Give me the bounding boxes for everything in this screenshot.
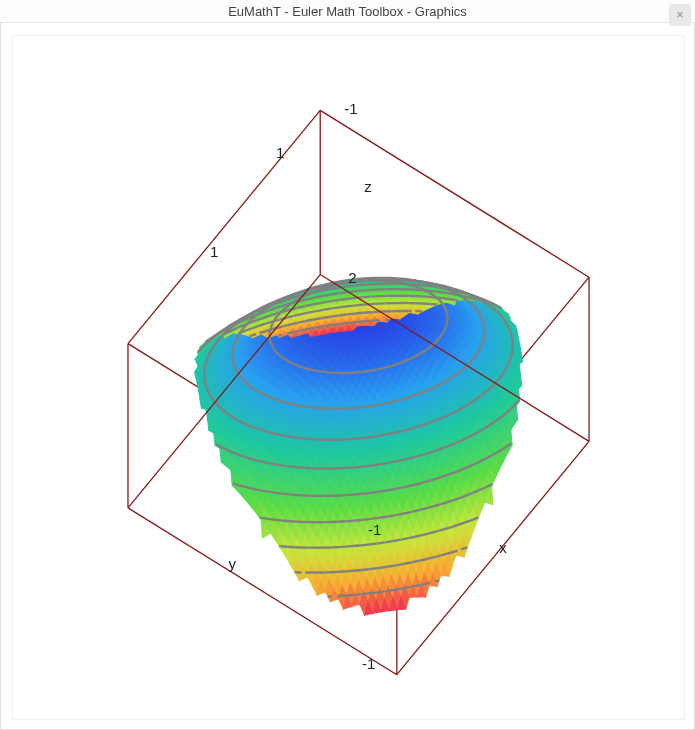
svg-line-3251 — [411, 537, 416, 538]
svg-line-2927 — [320, 291, 322, 292]
svg-line-3331 — [354, 570, 362, 571]
svg-line-3094 — [428, 291, 435, 292]
svg-line-2740 — [452, 413, 454, 414]
svg-line-3342 — [395, 564, 402, 565]
svg-line-3142 — [405, 512, 412, 513]
svg-line-3367 — [291, 323, 297, 324]
svg-line-2924 — [311, 292, 315, 293]
svg-line-2679 — [290, 437, 295, 438]
svg-line-2513 — [415, 286, 420, 288]
svg-line-3154 — [454, 498, 459, 500]
svg-line-3157 — [467, 494, 470, 495]
svg-line-3189 — [331, 300, 335, 301]
svg-line-3281 — [288, 316, 294, 317]
svg-line-3140 — [397, 514, 403, 515]
svg-line-2638 — [481, 317, 482, 319]
svg-line-3068 — [317, 296, 322, 297]
svg-line-3256 — [423, 533, 429, 534]
svg-line-2458 — [402, 361, 404, 362]
svg-line-2450 — [377, 368, 383, 369]
svg-line-2918 — [494, 421, 496, 422]
svg-line-2654 — [252, 427, 256, 428]
plot-svg: 1-1y2-1z-11x — [13, 36, 684, 719]
svg-line-3169 — [244, 324, 248, 325]
svg-line-2835 — [246, 457, 248, 458]
svg-line-2971 — [471, 295, 475, 296]
svg-line-2465 — [410, 358, 413, 359]
svg-line-2493 — [447, 319, 448, 325]
svg-line-3156 — [470, 493, 474, 494]
svg-line-3344 — [411, 561, 418, 563]
svg-line-3215 — [436, 297, 443, 298]
svg-line-3377 — [339, 315, 346, 316]
plot-canvas[interactable]: 1-1y2-1z-11x — [12, 35, 685, 720]
svg-line-2522 — [241, 377, 242, 379]
svg-line-2424 — [274, 350, 275, 351]
svg-line-3414 — [413, 585, 421, 587]
svg-line-3130 — [356, 520, 362, 521]
svg-line-2884 — [435, 450, 438, 451]
svg-line-2759 — [480, 396, 482, 397]
svg-line-2497 — [447, 312, 448, 316]
svg-line-3019 — [430, 480, 432, 481]
svg-line-2838 — [266, 462, 272, 463]
svg-line-3241 — [369, 544, 376, 545]
svg-line-2697 — [207, 355, 208, 358]
close-button[interactable]: × — [669, 4, 691, 26]
svg-line-2529 — [235, 367, 236, 369]
svg-line-2474 — [426, 349, 427, 350]
svg-line-3096 — [448, 293, 454, 294]
svg-line-2769 — [330, 284, 334, 285]
svg-line-2870 — [395, 461, 397, 462]
svg-line-2414 — [297, 366, 302, 368]
svg-line-3249 — [402, 538, 408, 539]
svg-line-3143 — [412, 510, 419, 512]
svg-line-2888 — [237, 320, 239, 321]
svg-line-3265 — [468, 520, 471, 521]
svg-line-2671 — [282, 435, 288, 436]
svg-line-3055 — [276, 306, 281, 308]
svg-line-3097 — [441, 292, 447, 293]
svg-line-3370 — [306, 320, 314, 322]
svg-line-2525 — [282, 401, 288, 403]
svg-line-2956 — [426, 286, 433, 287]
svg-line-2621 — [483, 339, 484, 342]
svg-line-2534 — [233, 360, 234, 363]
svg-line-2606 — [336, 281, 340, 282]
svg-line-3429 — [330, 325, 336, 326]
svg-line-2876 — [410, 457, 416, 458]
svg-line-3221 — [281, 546, 288, 547]
canvas-container: 1-1y2-1z-11x — [0, 23, 695, 730]
svg-line-3277 — [266, 323, 269, 324]
svg-line-2567 — [392, 400, 398, 402]
svg-line-2863 — [380, 463, 387, 464]
svg-line-3404 — [364, 593, 370, 594]
svg-line-2980 — [269, 492, 275, 493]
svg-line-2526 — [278, 400, 282, 401]
svg-line-3128 — [347, 521, 354, 522]
svg-line-3144 — [421, 508, 427, 510]
svg-line-2816 — [442, 286, 448, 287]
svg-line-3161 — [479, 490, 480, 491]
svg-line-3300 — [358, 305, 364, 306]
svg-line-3076 — [349, 291, 355, 292]
app-window: EuMathT - Euler Math Toolbox - Graphics … — [0, 0, 695, 730]
svg-line-3192 — [336, 300, 340, 301]
svg-line-3026 — [216, 334, 219, 336]
titlebar[interactable]: EuMathT - Euler Math Toolbox - Graphics … — [0, 0, 695, 23]
svg-line-2573 — [406, 398, 408, 399]
svg-line-3072 — [332, 293, 339, 294]
svg-line-3252 — [408, 538, 411, 539]
svg-line-3197 — [364, 297, 371, 298]
svg-line-2912 — [282, 300, 286, 301]
svg-line-3003 — [370, 492, 377, 493]
svg-line-2689 — [204, 365, 205, 370]
svg-line-2560 — [381, 404, 385, 405]
svg-line-2625 — [484, 333, 485, 339]
svg-line-3104 — [472, 298, 478, 300]
svg-line-3110 — [275, 520, 282, 521]
svg-line-3348 — [429, 557, 433, 558]
svg-line-3147 — [427, 507, 430, 508]
svg-line-3052 — [496, 451, 498, 452]
svg-line-3148 — [439, 504, 441, 505]
